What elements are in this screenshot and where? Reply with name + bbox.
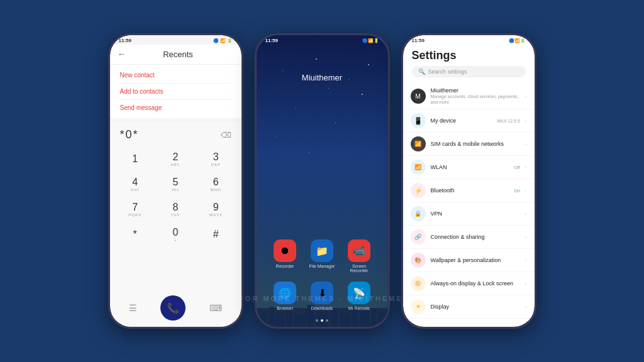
numpad: 1 2ABC 3DEF 4GHI 5JKL 6MNO 7PQRS 8TUV 9W…: [110, 145, 242, 292]
aod-name: Always-on display & Lock screen: [431, 280, 520, 287]
phone1-status-bar: 11:59 🔵📶🔋: [110, 35, 242, 45]
settings-item-text: Wallpaper & personalization: [431, 257, 520, 263]
recorder-label: Recorder: [276, 264, 294, 268]
settings-item-wlan[interactable]: 📶 WLAN Off ›: [403, 156, 535, 179]
settings-item-account[interactable]: M Miuithemer Manage accounts, cloud serv…: [403, 84, 535, 109]
star: [362, 94, 363, 95]
vpn-icon: 🔒: [411, 206, 426, 221]
keypad-icon[interactable]: ⌨: [209, 303, 222, 313]
numpad-row-4: * 0+ #: [115, 223, 236, 246]
key-0[interactable]: 0+: [159, 223, 192, 246]
settings-item-text: Always-on display & Lock screen: [431, 280, 520, 287]
settings-item-connection-sharing[interactable]: 🔗 Connection & sharing ›: [403, 226, 535, 249]
app-file-manager[interactable]: 📁 File Manager: [306, 239, 338, 273]
wlan-icon: 📶: [411, 160, 426, 175]
app-screen-recorder[interactable]: 📹 Screen Recorder: [343, 239, 375, 273]
screen-recorder-label: Screen Recorder: [343, 264, 375, 273]
settings-chevron: ›: [525, 165, 527, 170]
phone-3: 11:59 🔵📶🔋 Settings 🔍 Search settings M M…: [401, 33, 536, 329]
dot-1: [316, 319, 318, 322]
menu-icon[interactable]: ☰: [129, 303, 137, 313]
phone-2: 11:59 🔵📶🔋 Miuithemer: [255, 33, 390, 329]
recorder-icon: ⏺: [274, 239, 296, 262]
settings-chevron: ›: [525, 281, 527, 287]
app-recorder[interactable]: ⏺ Recorder: [269, 239, 301, 273]
search-placeholder: Search settings: [428, 69, 467, 75]
sim-name: SIM cards & mobile networks: [431, 141, 520, 147]
star: [328, 88, 329, 89]
settings-item-my-device[interactable]: 📱 My device MIUI 12.5.5 ›: [403, 109, 535, 133]
settings-list: M Miuithemer Manage accounts, cloud serv…: [403, 84, 535, 327]
phone3-status-icons: 🔵📶🔋: [509, 38, 526, 43]
star: [282, 70, 283, 71]
bluetooth-icon: ⚡: [411, 183, 426, 198]
settings-item-text: Miuithemer Manage accounts, cloud servic…: [431, 87, 520, 105]
dialer-title: Recents: [131, 50, 225, 59]
key-1[interactable]: 1: [119, 148, 152, 170]
settings-item-text: VPN: [431, 211, 520, 217]
wlan-status: Off: [514, 165, 520, 170]
phone1-screen: 11:59 🔵📶🔋 ← Recents New contact Add to c…: [110, 35, 242, 327]
wlan-name: WLAN: [431, 164, 509, 170]
phone2-status-bar: 11:59 🔵📶🔋: [257, 35, 388, 45]
dot-2: [321, 319, 323, 322]
delete-button[interactable]: ⌫: [221, 131, 231, 140]
numpad-row-2: 4GHI 5JKL 6MNO: [115, 173, 236, 195]
key-star[interactable]: *: [119, 223, 152, 246]
settings-item-text: WLAN: [431, 164, 509, 170]
dialed-number: *0*: [120, 128, 139, 141]
settings-chevron: ›: [525, 94, 527, 99]
sim-icon: 📶: [411, 136, 426, 151]
key-6[interactable]: 6MNO: [199, 173, 232, 195]
connection-sharing-name: Connection & sharing: [431, 234, 520, 240]
key-5[interactable]: 5JKL: [159, 173, 192, 195]
key-8[interactable]: 8TUV: [159, 198, 192, 221]
settings-item-sim[interactable]: 📶 SIM cards & mobile networks ›: [403, 133, 535, 156]
search-icon: 🔍: [418, 69, 425, 75]
home-page-dots: [257, 319, 388, 322]
add-to-contacts-option[interactable]: Add to contacts: [110, 84, 242, 99]
settings-chevron: ›: [525, 188, 527, 194]
settings-item-sub: Manage accounts, cloud services, payment…: [431, 94, 520, 105]
star: [309, 152, 309, 153]
key-7[interactable]: 7PQRS: [119, 198, 152, 221]
bluetooth-status: On: [514, 189, 519, 193]
app-row-1: ⏺ Recorder 📁 File Manager 📹 Screen Recor…: [267, 239, 378, 273]
settings-title: Settings: [412, 49, 526, 62]
phone2-status-icons: 🔵📶🔋: [362, 38, 379, 43]
connection-sharing-icon: 🔗: [411, 229, 426, 244]
file-manager-label: File Manager: [309, 264, 335, 268]
settings-item-wallpaper[interactable]: 🎨 Wallpaper & personalization ›: [403, 249, 535, 272]
call-button[interactable]: 📞: [160, 295, 186, 321]
settings-search-bar[interactable]: 🔍 Search settings: [412, 66, 526, 77]
my-device-icon: 📱: [411, 113, 426, 128]
settings-item-bluetooth[interactable]: ⚡ Bluetooth On ›: [403, 179, 535, 202]
key-3[interactable]: 3DEF: [199, 148, 232, 170]
file-manager-icon: 📁: [311, 239, 333, 262]
key-2[interactable]: 2ABC: [159, 148, 192, 170]
screen-recorder-icon: 📹: [348, 239, 370, 262]
new-contact-option[interactable]: New contact: [110, 67, 242, 83]
phone-1: 11:59 🔵📶🔋 ← Recents New contact Add to c…: [108, 33, 243, 329]
star: [335, 123, 336, 123]
settings-chevron: ›: [525, 211, 527, 217]
app-grid: ⏺ Recorder 📁 File Manager 📹 Screen Recor…: [257, 227, 388, 319]
star: [296, 108, 296, 109]
settings-item-text: Connection & sharing: [431, 234, 520, 240]
star: [316, 58, 317, 60]
key-4[interactable]: 4GHI: [119, 173, 152, 195]
settings-item-vpn[interactable]: 🔒 VPN ›: [403, 202, 535, 226]
bluetooth-name: Bluetooth: [431, 187, 509, 194]
watermark: VISIT FOR MORE THEMES - MIUITHEMER.COM: [209, 295, 436, 302]
dialer-options: New contact Add to contacts Send message: [110, 65, 242, 118]
mi-remote-label: Mi Remote: [348, 306, 370, 310]
phone2-time: 11:59: [265, 38, 278, 43]
settings-item-aod[interactable]: 🔆 Always-on display & Lock screen ›: [403, 272, 535, 295]
key-9[interactable]: 9WXYZ: [199, 198, 232, 221]
send-message-option[interactable]: Send message: [110, 100, 242, 116]
back-button[interactable]: ←: [118, 49, 126, 59]
key-hash[interactable]: #: [199, 223, 232, 246]
home-greeting: Miuithemer: [257, 73, 388, 82]
wallpaper-name: Wallpaper & personalization: [431, 257, 520, 263]
wallpaper-icon: 🎨: [411, 253, 426, 268]
